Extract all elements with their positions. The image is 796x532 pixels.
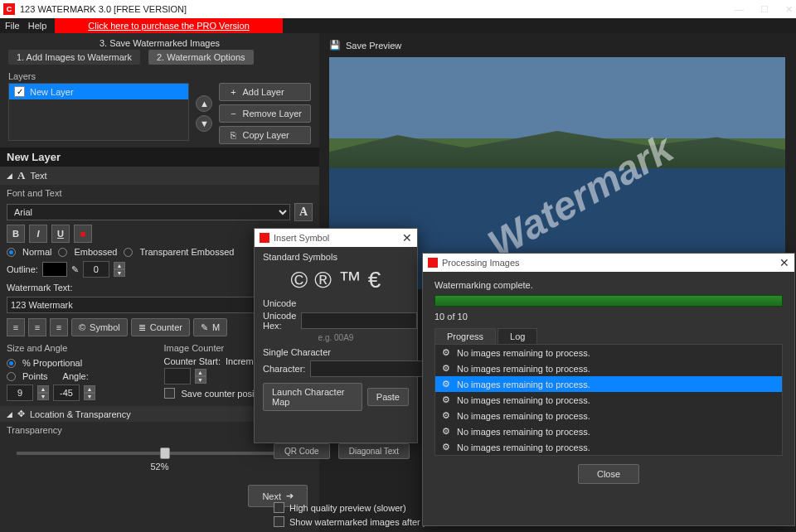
size-input[interactable] (7, 384, 33, 401)
layer-item-label: New Layer (30, 87, 74, 97)
align-center-button[interactable]: ≡ (28, 318, 46, 336)
registered-symbol[interactable]: ® (314, 267, 332, 293)
counter-start-input[interactable] (164, 368, 191, 384)
gear-icon: ⚙ (442, 426, 450, 437)
size-angle-label: Size and Angle (7, 343, 156, 353)
menu-help[interactable]: Help (28, 21, 47, 31)
italic-button[interactable]: I (29, 225, 47, 243)
move-icon: ✥ (17, 409, 25, 419)
style-normal-radio[interactable] (7, 248, 16, 257)
align-left-button[interactable]: ≡ (7, 318, 25, 336)
slider-thumb[interactable] (160, 447, 170, 459)
layer-item[interactable]: ✓ New Layer (9, 84, 188, 99)
layer-name-header: New Layer (0, 148, 319, 167)
save-counter-checkbox[interactable] (164, 388, 175, 399)
counter-button[interactable]: ≣Counter (131, 318, 190, 336)
insert-symbol-dialog: Insert Symbol✕ Standard Symbols © ® ™ € … (254, 228, 418, 443)
qr-code-button[interactable]: QR Code (274, 443, 330, 459)
log-item[interactable]: ⚙No images remaining to process. (435, 408, 782, 423)
dialog-close-icon[interactable]: ✕ (402, 231, 412, 244)
layer-checkbox[interactable]: ✓ (14, 86, 25, 97)
spin-up[interactable]: ▲ (114, 262, 125, 269)
collapse-icon: ◢ (7, 410, 12, 418)
font-and-text-label: Font and Text (0, 185, 319, 201)
wizard-step-1[interactable]: 1. Add Images to Watermark (8, 50, 140, 65)
menu-file[interactable]: File (5, 21, 20, 31)
eyedropper-icon[interactable]: ✎ (71, 264, 79, 275)
progress-log[interactable]: ⚙No images remaining to process.⚙No imag… (434, 344, 783, 456)
euro-symbol[interactable]: € (368, 267, 381, 293)
app-logo-icon: C (3, 3, 15, 15)
close-icon[interactable]: ✕ (785, 4, 793, 15)
save-preview-label: Save Preview (346, 41, 401, 51)
text-color-button[interactable]: ■ (74, 225, 92, 243)
add-layer-button[interactable]: +Add Layer (219, 83, 311, 101)
log-item[interactable]: ⚙No images remaining to process. (435, 345, 782, 360)
align-right-button[interactable]: ≡ (50, 318, 68, 336)
log-item[interactable]: ⚙No images remaining to process. (435, 376, 782, 392)
m-button[interactable]: ✎M (193, 318, 227, 336)
dialog-close-icon[interactable]: ✕ (779, 256, 789, 269)
style-embossed-radio[interactable] (58, 248, 67, 257)
paste-button[interactable]: Paste (367, 388, 409, 406)
minimize-icon[interactable]: — (735, 4, 744, 15)
edit-icon: ✎ (201, 322, 208, 333)
copyright-symbol[interactable]: © (291, 267, 308, 293)
close-button[interactable]: Close (578, 464, 639, 484)
font-select[interactable]: Arial (7, 204, 290, 220)
copyright-icon: © (79, 322, 85, 332)
log-tab[interactable]: Log (498, 328, 537, 344)
proportional-radio[interactable] (7, 359, 16, 368)
text-accordion[interactable]: ◢ A Text (0, 167, 319, 185)
underline-button[interactable]: U (51, 225, 70, 243)
points-radio[interactable] (7, 372, 16, 381)
transparency-slider[interactable] (17, 452, 303, 455)
bold-button[interactable]: B (7, 225, 25, 243)
outline-width-input[interactable] (83, 261, 109, 278)
character-input[interactable] (310, 360, 426, 377)
wizard-step-3[interactable]: 3. Save Watermarked Images (8, 38, 311, 48)
outline-color[interactable] (42, 262, 67, 277)
text-a-icon: A (17, 169, 25, 182)
remove-layer-button[interactable]: −Remove Layer (219, 104, 311, 123)
standard-symbols-label: Standard Symbols (263, 252, 409, 262)
menubar: File Help Click here to purchase the PRO… (0, 18, 796, 33)
layer-down-button[interactable]: ▼ (196, 115, 212, 132)
copy-layer-button[interactable]: ⎘Copy Layer (219, 126, 311, 144)
gear-icon: ⚙ (442, 442, 450, 452)
gear-icon: ⚙ (442, 363, 450, 374)
log-item[interactable]: ⚙No images remaining to process. (435, 439, 782, 455)
wizard-step-2[interactable]: 2. Watermark Options (148, 50, 254, 65)
log-item[interactable]: ⚙No images remaining to process. (435, 360, 782, 376)
counter-icon: ≣ (138, 322, 146, 333)
purchase-link[interactable]: Click here to purchase the PRO Version (55, 18, 282, 33)
gear-icon: ⚙ (442, 347, 450, 358)
show-wm-checkbox[interactable] (274, 516, 284, 527)
maximize-icon[interactable]: ☐ (760, 4, 769, 15)
angle-input[interactable] (53, 384, 80, 401)
launch-charmap-button[interactable]: Launch Character Map (263, 383, 362, 411)
symbol-button[interactable]: ©Symbol (71, 318, 128, 336)
plus-icon: + (228, 87, 238, 97)
gear-icon: ⚙ (442, 410, 450, 421)
progress-tab[interactable]: Progress (434, 328, 496, 344)
layers-label: Layers (8, 71, 311, 81)
style-trans-embossed-radio[interactable] (124, 248, 133, 257)
unicode-label: Unicode (263, 298, 409, 308)
trademark-symbol[interactable]: ™ (338, 267, 362, 293)
font-picker-button[interactable]: A (294, 203, 313, 221)
watermark-text-label: Watermark Text: (7, 283, 72, 293)
log-item[interactable]: ⚙No images remaining to process. (435, 423, 782, 439)
hq-preview-checkbox[interactable] (274, 502, 284, 513)
unicode-hex-input[interactable] (301, 312, 417, 329)
dialog-logo-icon (260, 233, 269, 243)
single-char-label: Single Character (263, 347, 409, 357)
save-icon[interactable]: 💾 (329, 40, 341, 51)
spin-down[interactable]: ▼ (114, 269, 125, 277)
diagonal-text-button[interactable]: Diagonal Text (338, 443, 410, 459)
layer-up-button[interactable]: ▲ (196, 95, 212, 112)
log-item[interactable]: ⚙No images remaining to process. (435, 392, 782, 408)
bottom-options: High quality preview (slower) Show water… (274, 501, 445, 529)
layer-list[interactable]: ✓ New Layer (8, 83, 189, 141)
window-titlebar: C 123 WATERMARK 3.0 [FREE VERSION] — ☐ ✕ (0, 0, 796, 18)
